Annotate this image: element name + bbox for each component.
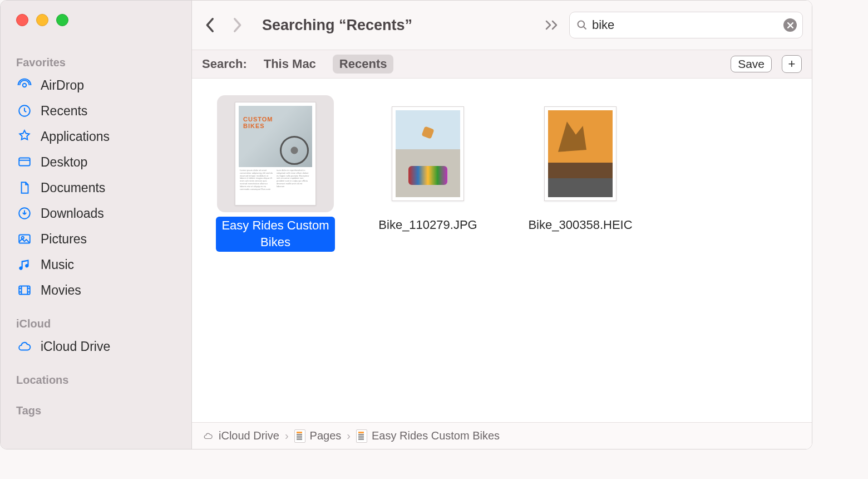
pages-folder-icon bbox=[294, 429, 305, 443]
download-icon bbox=[16, 205, 33, 222]
sidebar-item-music[interactable]: Music bbox=[1, 252, 191, 277]
back-button[interactable] bbox=[199, 13, 222, 37]
scope-option-recents[interactable]: Recents bbox=[333, 55, 394, 74]
sidebar-section-favorites: Favorites bbox=[1, 53, 191, 72]
toolbar: Searching “Recents” bbox=[192, 1, 812, 50]
pages-document-icon bbox=[356, 429, 367, 443]
file-label: Easy Rides Custom Bikes bbox=[216, 217, 334, 252]
search-scope-bar: Search: This Mac Recents Save + bbox=[192, 50, 812, 79]
sidebar-item-movies[interactable]: Movies bbox=[1, 277, 191, 303]
sidebar-item-label: Pictures bbox=[41, 232, 87, 247]
search-input[interactable] bbox=[592, 18, 783, 32]
file-item[interactable]: Bike_300358.HEIC bbox=[519, 95, 642, 233]
airdrop-icon bbox=[16, 77, 33, 94]
save-search-button[interactable]: Save bbox=[731, 56, 772, 72]
window-title: Searching “Recents” bbox=[262, 17, 412, 34]
sidebar-section-icloud: iCloud bbox=[1, 314, 191, 334]
sidebar-item-downloads[interactable]: Downloads bbox=[1, 201, 191, 226]
file-item[interactable]: CUSTOMBIKES Lorem ipsum dolor sit amet c… bbox=[214, 95, 337, 252]
main-area: Searching “Recents” Search: This Mac Rec… bbox=[192, 1, 812, 449]
sidebar-item-documents[interactable]: Documents bbox=[1, 175, 191, 201]
pictures-icon bbox=[16, 231, 33, 247]
sidebar-section-tags: Tags bbox=[1, 401, 191, 421]
sidebar: Favorites AirDrop Recents Applications D… bbox=[1, 1, 192, 449]
sidebar-item-label: Documents bbox=[41, 180, 105, 195]
sidebar-item-icloud-drive[interactable]: iCloud Drive bbox=[1, 334, 191, 359]
svg-rect-2 bbox=[19, 158, 30, 165]
sidebar-item-desktop[interactable]: Desktop bbox=[1, 149, 191, 175]
cloud-icon bbox=[202, 431, 214, 441]
sidebar-item-label: Music bbox=[41, 257, 74, 272]
forward-button[interactable] bbox=[225, 13, 249, 37]
desktop-icon bbox=[16, 154, 33, 170]
scope-option-this-mac[interactable]: This Mac bbox=[257, 55, 323, 74]
path-crumb-label: iCloud Drive bbox=[219, 429, 279, 442]
chevron-right-icon: › bbox=[347, 429, 351, 442]
toolbar-overflow-button[interactable] bbox=[545, 19, 560, 31]
sidebar-item-pictures[interactable]: Pictures bbox=[1, 226, 191, 252]
path-crumb-label: Pages bbox=[310, 429, 342, 442]
sidebar-item-label: Downloads bbox=[41, 206, 104, 221]
music-icon bbox=[16, 256, 33, 273]
file-label: Bike_300358.HEIC bbox=[528, 217, 632, 233]
file-thumbnail: CUSTOMBIKES Lorem ipsum dolor sit amet c… bbox=[217, 95, 334, 212]
cloud-icon bbox=[16, 338, 33, 355]
sidebar-item-label: AirDrop bbox=[41, 78, 84, 93]
add-search-rule-button[interactable]: + bbox=[782, 55, 802, 73]
sidebar-item-label: Recents bbox=[41, 104, 87, 119]
clear-search-button[interactable] bbox=[783, 18, 797, 32]
sidebar-item-label: iCloud Drive bbox=[41, 339, 110, 354]
movies-icon bbox=[16, 282, 33, 299]
chevron-right-icon: › bbox=[285, 429, 289, 442]
close-window-button[interactable] bbox=[16, 14, 28, 26]
sidebar-item-label: Movies bbox=[41, 283, 81, 298]
results-grid: CUSTOMBIKES Lorem ipsum dolor sit amet c… bbox=[192, 79, 812, 422]
applications-icon bbox=[16, 128, 33, 145]
sidebar-item-applications[interactable]: Applications bbox=[1, 124, 191, 149]
minimize-window-button[interactable] bbox=[36, 14, 48, 26]
path-crumb-file[interactable]: Easy Rides Custom Bikes bbox=[356, 429, 500, 443]
fullscreen-window-button[interactable] bbox=[56, 14, 68, 26]
file-label: Bike_110279.JPG bbox=[378, 217, 477, 233]
sidebar-item-airdrop[interactable]: AirDrop bbox=[1, 72, 191, 98]
sidebar-item-label: Desktop bbox=[41, 155, 87, 170]
file-thumbnail bbox=[522, 95, 639, 212]
sidebar-item-label: Applications bbox=[41, 129, 110, 144]
sidebar-section-locations: Locations bbox=[1, 370, 191, 390]
sidebar-item-recents[interactable]: Recents bbox=[1, 98, 191, 124]
path-crumb-label: Easy Rides Custom Bikes bbox=[372, 429, 500, 442]
path-crumb-pages[interactable]: Pages bbox=[294, 429, 342, 443]
search-icon bbox=[576, 19, 588, 31]
path-bar: iCloud Drive › Pages › Easy Rides Custom… bbox=[192, 422, 812, 449]
clock-icon bbox=[16, 102, 33, 119]
file-thumbnail bbox=[369, 95, 486, 212]
svg-point-0 bbox=[23, 84, 27, 87]
doc-preview-title: CUSTOMBIKES bbox=[243, 116, 273, 129]
window-controls bbox=[1, 14, 191, 26]
path-crumb-icloud[interactable]: iCloud Drive bbox=[202, 429, 279, 442]
scope-label: Search: bbox=[202, 57, 247, 71]
svg-rect-6 bbox=[19, 286, 30, 294]
finder-window: Favorites AirDrop Recents Applications D… bbox=[1, 1, 812, 449]
document-icon bbox=[16, 179, 33, 196]
search-field[interactable] bbox=[569, 12, 803, 38]
svg-point-7 bbox=[578, 21, 585, 28]
file-item[interactable]: Bike_110279.JPG bbox=[367, 95, 489, 233]
